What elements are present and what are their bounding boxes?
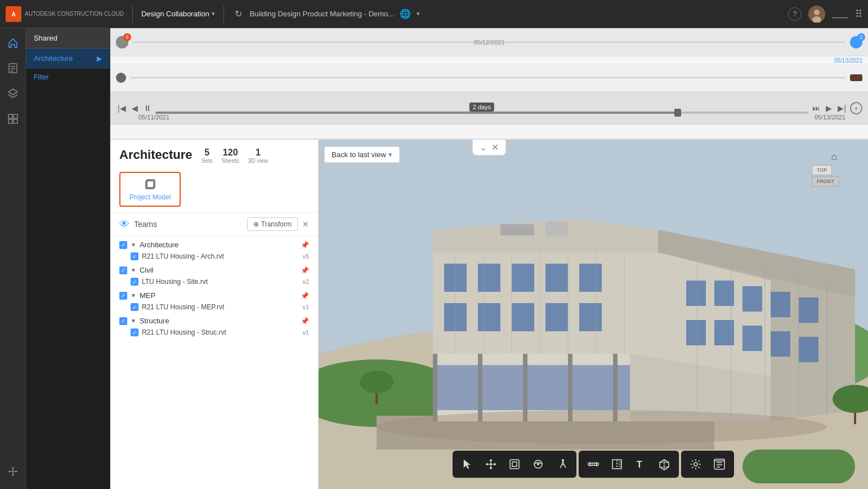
waffle-menu-icon[interactable]: ⠿: [855, 8, 862, 20]
cat-arch-arrow[interactable]: ▼: [131, 242, 136, 248]
tl-next2[interactable]: ▶: [824, 102, 834, 114]
architecture-tab[interactable]: Architecture ▶: [26, 48, 110, 69]
cat-civil-arrow[interactable]: ▼: [131, 267, 136, 273]
building-scene-svg: [319, 140, 868, 489]
globe-icon[interactable]: 🌐: [400, 8, 411, 19]
model-tool-button[interactable]: [653, 453, 675, 475]
cat-mep-arrow[interactable]: ▼: [131, 292, 136, 299]
main-layout: Shared Architecture ▶ Filter 5: [0, 28, 868, 489]
filter-link[interactable]: Filter: [26, 69, 110, 86]
cube-top-face[interactable]: TOP: [812, 165, 832, 175]
user-avatar[interactable]: [808, 6, 825, 23]
autodesk-logo[interactable]: A: [6, 6, 21, 22]
svg-rect-11: [14, 114, 17, 118]
category-mep-header: ▼ MEP 📌: [119, 291, 309, 300]
tl-prev-start[interactable]: |◀: [116, 102, 128, 114]
close-teams-button[interactable]: ✕: [302, 220, 309, 229]
back-to-view-button[interactable]: Back to last view ▾: [324, 146, 400, 163]
project-model-label: Project Model: [129, 193, 171, 201]
properties-tool-button[interactable]: [708, 453, 731, 475]
cube-front-face[interactable]: FRONT: [812, 176, 839, 186]
details-panel: Architecture 5 Sets 120 Sheets 1 3D view: [110, 140, 319, 489]
svg-rect-10: [8, 114, 12, 118]
timeline-row1: 5 05/12/2021 2: [110, 28, 868, 56]
topbar-right: ? ____ ⠿: [788, 6, 862, 23]
sidebar-transform-icon[interactable]: [4, 463, 22, 483]
category-arch-checkbox[interactable]: [119, 241, 127, 249]
category-mep-checkbox[interactable]: [119, 292, 127, 300]
tl-next-end[interactable]: ▶|: [836, 102, 848, 114]
svg-point-77: [562, 459, 564, 461]
tab-area: Project Model: [110, 166, 318, 213]
navigation-tools-group: [453, 451, 576, 478]
civil-rvt-checkbox[interactable]: [131, 278, 138, 286]
mep-rvt-checkbox[interactable]: [131, 303, 138, 311]
svg-rect-13: [14, 119, 17, 123]
orbit-tool-button[interactable]: [527, 453, 549, 475]
autodesk-label: AUTODESK CONSTRUCTION CLOUD: [25, 11, 124, 17]
eye-icon[interactable]: 👁: [119, 219, 129, 230]
timeline-slider[interactable]: 2 days: [155, 103, 809, 114]
cat-mep-pin[interactable]: 📌: [301, 292, 309, 300]
sidebar-sheets-icon[interactable]: [4, 59, 22, 80]
arch-rvt-checkbox[interactable]: [131, 252, 138, 260]
category-structure-checkbox[interactable]: [119, 317, 127, 325]
select-tool-button[interactable]: [456, 453, 478, 475]
svg-rect-69: [375, 393, 378, 404]
home-icon[interactable]: ⌂: [812, 151, 857, 163]
panel-close-button[interactable]: ✕: [489, 141, 501, 154]
measure-tool-button[interactable]: [582, 453, 605, 475]
cat-structure-pin[interactable]: 📌: [301, 317, 309, 325]
tl-dot2-end[interactable]: [850, 74, 862, 81]
cat-civil-pin[interactable]: 📌: [301, 266, 309, 274]
timeline-dot-end[interactable]: 2: [850, 36, 862, 48]
tl-next[interactable]: ⏭: [811, 102, 822, 114]
section-tool-button[interactable]: [606, 453, 628, 475]
app-dropdown-arrow: ▾: [212, 10, 215, 17]
transform-label: Transform: [261, 220, 292, 228]
category-civil-checkbox[interactable]: [119, 266, 127, 274]
structure-rvt-checkbox[interactable]: [131, 328, 138, 336]
panel-collapse-arrow[interactable]: ⌄: [477, 141, 489, 154]
navigation-cube[interactable]: ⌂ TOP FRONT: [812, 151, 857, 196]
shared-tab[interactable]: Shared: [26, 28, 110, 48]
project-name: Building Design Product Marketing - Demo…: [250, 10, 395, 18]
3d-viewport[interactable]: Back to last view ▾ ⌂ TOP FRONT: [319, 140, 868, 489]
teams-label: Teams: [134, 220, 243, 229]
svg-text:A: A: [11, 11, 15, 17]
tl-dot2[interactable]: [116, 73, 126, 83]
user-name[interactable]: ____: [832, 10, 848, 18]
bottom-toolbar: T: [453, 451, 734, 478]
svg-rect-31: [512, 303, 534, 331]
cat-arch-pin[interactable]: 📌: [301, 241, 309, 249]
sidebar-home-icon[interactable]: [4, 34, 22, 55]
pan-tool-button[interactable]: [480, 453, 502, 475]
tl-thumb[interactable]: [674, 109, 681, 117]
sidebar-grid-icon[interactable]: [4, 110, 22, 131]
project-model-tab[interactable]: Project Model: [119, 172, 181, 207]
text-tool-button[interactable]: T: [629, 453, 652, 475]
sidebar-layers-icon[interactable]: [4, 85, 22, 105]
tl-date-left: 05/11/2021: [138, 114, 169, 121]
topbar-sep2: [223, 6, 224, 23]
refresh-button[interactable]: ↻: [232, 6, 244, 21]
svg-rect-39: [686, 320, 706, 345]
svg-rect-26: [512, 264, 534, 292]
cat-structure-arrow[interactable]: ▼: [131, 318, 136, 324]
tl-prev[interactable]: ◀: [130, 102, 140, 114]
tl-pause[interactable]: ⏸: [142, 102, 153, 114]
svg-rect-41: [742, 326, 762, 351]
transform-button[interactable]: ⊕ Transform: [247, 217, 298, 231]
arch-tab-arrow: ▶: [97, 55, 102, 63]
walk-tool-button[interactable]: [551, 453, 573, 475]
settings-tool-button[interactable]: [684, 453, 707, 475]
app-name[interactable]: Design Collaboration ▾: [141, 10, 215, 18]
help-button[interactable]: ?: [788, 7, 802, 21]
project-dropdown-arrow[interactable]: ▾: [417, 10, 420, 17]
left-panel: Shared Architecture ▶ Filter: [26, 28, 110, 489]
svg-rect-73: [510, 460, 519, 469]
timeline: 5 05/12/2021 2 05/13/2021: [110, 28, 868, 140]
tl-add-button[interactable]: +: [850, 102, 862, 114]
fit-tool-button[interactable]: [503, 453, 526, 475]
timeline-dot-start[interactable]: 5: [116, 36, 128, 48]
